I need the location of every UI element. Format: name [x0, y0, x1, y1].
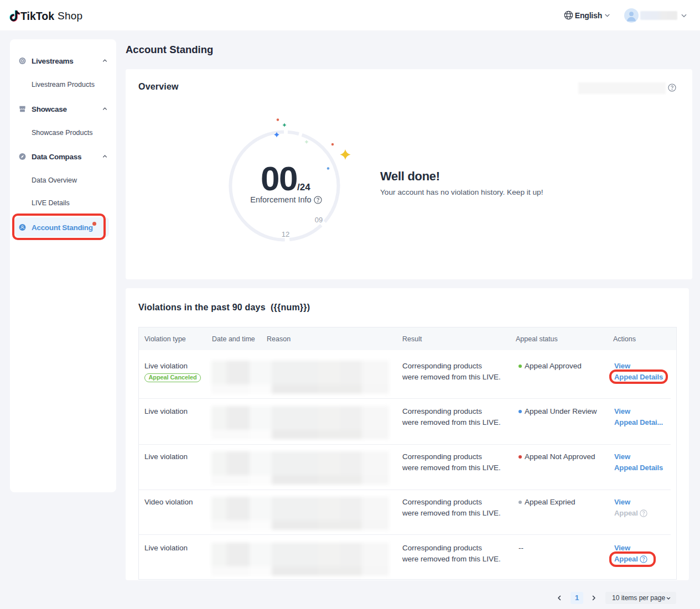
- svg-text:12: 12: [282, 230, 289, 238]
- svg-text:09: 09: [315, 216, 323, 224]
